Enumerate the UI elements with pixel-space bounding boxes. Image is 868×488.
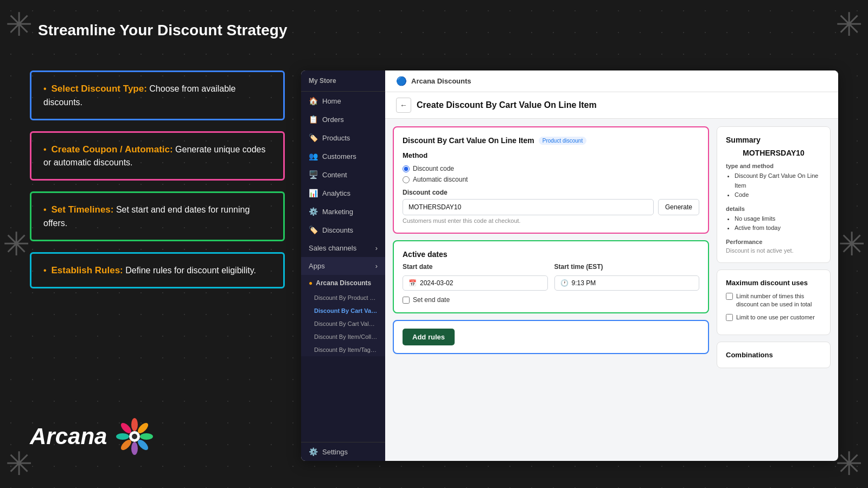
sidebar-item-marketing-label: Marketing (322, 208, 353, 216)
add-rules-card: Add rules (393, 320, 709, 354)
sidebar-item-discounts[interactable]: 🏷️ Discounts (301, 221, 385, 239)
radio-discount-code: Discount code (403, 165, 699, 172)
sidebar-item-discounts-label: Discounts (322, 226, 353, 234)
summary-details-list: No usage limits Active from today (726, 214, 821, 233)
combinations-title: Combinations (726, 351, 821, 359)
deco-star-tr: ✳ (835, 5, 863, 43)
arcana-discounts-label: Arcana Discounts (316, 279, 371, 287)
shopify-panel: My Store 🏠 Home 📋 Orders 🏷️ Products 👥 C… (301, 70, 838, 461)
max-uses-title: Maximum discount uses (726, 279, 821, 287)
back-button[interactable]: ← (396, 98, 411, 113)
apps-section: Apps › ● Arcana Discounts Discount By Pr… (301, 257, 385, 356)
set-end-date-checkbox[interactable] (403, 297, 410, 304)
apps-header[interactable]: Apps › (301, 257, 385, 275)
discounts-icon: 🏷️ (309, 226, 318, 234)
dates-grid: Start date 📅 2024-03-02 Start time (EST)… (403, 263, 699, 291)
method-card-badge: Product discount (539, 137, 587, 145)
max-uses-card: Maximum discount uses Limit number of ti… (717, 269, 831, 335)
sidebar-item-customers[interactable]: 👥 Customers (301, 147, 385, 165)
method-card: Discount By Cart Value On Line Item Prod… (393, 126, 709, 234)
set-end-date-label: Set end date (413, 296, 450, 304)
start-time-input-row[interactable]: 🕐 9:13 PM (554, 275, 700, 291)
apps-sub-menu: ● Arcana Discounts Discount By Product T… (301, 275, 385, 356)
topbar-app-name: Arcana Discounts (411, 77, 471, 85)
summary-type-method-list: Discount By Cart Value On Line Item Code (726, 171, 821, 200)
sub-item-item-tagge[interactable]: Discount By Item/Tagge... (301, 343, 385, 356)
sidebar-item-orders[interactable]: 📋 Orders (301, 110, 385, 129)
start-date-field: Start date 📅 2024-03-02 (403, 263, 548, 291)
home-icon: 🏠 (309, 97, 318, 105)
deco-star-ml: ✳ (3, 225, 30, 263)
start-date-input-row[interactable]: 📅 2024-03-02 (403, 275, 548, 291)
bullet-box-select: • Select Discount Type: Choose from avai… (30, 70, 285, 120)
sidebar-item-analytics-label: Analytics (322, 189, 350, 197)
right-col: Summary MOTHERSDAY10 type and method Dis… (717, 126, 831, 453)
generate-button[interactable]: Generate (658, 199, 699, 215)
method-card-header: Discount By Cart Value On Line Item Prod… (403, 136, 699, 145)
discount-code-input-row: Generate (403, 199, 699, 215)
sub-item-cart-value2[interactable]: Discount By Cart Value ... (301, 317, 385, 330)
svg-point-6 (116, 433, 129, 440)
sidebar-item-products[interactable]: 🏷️ Products (301, 129, 385, 147)
summary-performance-label: Performance (726, 239, 821, 245)
analytics-icon: 📊 (309, 189, 318, 197)
sidebar-sales-channels[interactable]: Sales channels › (301, 239, 385, 257)
summary-item-0: Discount By Cart Value On Line Item (735, 171, 821, 190)
sidebar-item-products-label: Products (322, 134, 350, 142)
radio-auto-discount: Automatic discount (403, 176, 699, 183)
apps-chevron-icon: › (375, 262, 378, 270)
sidebar-item-home[interactable]: 🏠 Home (301, 92, 385, 110)
store-name: My Store (309, 77, 336, 85)
method-card-title: Discount By Cart Value On Line Item (403, 136, 534, 145)
radio-auto-input[interactable] (403, 176, 410, 183)
discount-code-field: Discount code Generate Customers must en… (403, 189, 699, 224)
bullet-text-rules: Define rules for discount eligibility. (125, 266, 256, 275)
arcana-discounts-header[interactable]: ● Arcana Discounts (301, 275, 385, 291)
svg-point-4 (131, 442, 138, 455)
page-header: ← Create Discount By Cart Value On Line … (385, 92, 838, 119)
svg-point-9 (132, 434, 137, 439)
content-icon: 🖥️ (309, 170, 318, 179)
sub-item-product-tag[interactable]: Discount By Product Tag (301, 291, 385, 304)
sidebar-bottom: ⚙️ Settings (301, 442, 385, 461)
max-uses-checkbox-1[interactable] (726, 314, 733, 321)
deco-star-mr: ✳ (838, 225, 865, 263)
sales-channels-label: Sales channels (309, 244, 356, 252)
summary-performance-text: Discount is not active yet. (726, 247, 821, 254)
discount-code-input[interactable] (403, 199, 654, 215)
deco-star-bl: ✳ (5, 445, 33, 483)
sidebar-item-content[interactable]: 🖥️ Content (301, 165, 385, 184)
radio-discount-code-input[interactable] (403, 165, 410, 172)
svg-point-2 (140, 433, 153, 440)
svg-point-0 (131, 418, 138, 431)
bullet-box-rules: • Establish Rules: Define rules for disc… (30, 252, 285, 289)
center-col: Discount By Cart Value On Line Item Prod… (393, 126, 709, 453)
settings-label: Settings (322, 448, 348, 456)
sidebar-item-content-label: Content (322, 171, 347, 179)
topbar: 🔵 Arcana Discounts (385, 70, 838, 92)
customers-icon: 👥 (309, 152, 318, 160)
summary-title: Summary (726, 136, 821, 144)
sidebar-item-settings[interactable]: ⚙️ Settings (301, 442, 385, 461)
method-label: Method (403, 151, 699, 159)
orders-icon: 📋 (309, 115, 318, 124)
summary-item-1: Code (735, 190, 821, 200)
bullet-box-create: • Create Coupon / Automatic: Generate un… (30, 131, 285, 181)
sidebar-item-analytics[interactable]: 📊 Analytics (301, 184, 385, 202)
sub-item-item-collect[interactable]: Discount By Item/Collect... (301, 330, 385, 343)
logo-area: Arcana (30, 418, 154, 455)
arcana-icon: ● (309, 279, 312, 287)
sidebar-item-marketing[interactable]: ⚙️ Marketing (301, 202, 385, 221)
page-header-title: Create Discount By Cart Value On Line It… (417, 100, 597, 110)
main-content: 🔵 Arcana Discounts ← Create Discount By … (385, 70, 838, 461)
add-rules-button[interactable]: Add rules (403, 329, 455, 345)
sub-item-cart-value-line[interactable]: Discount By Cart Value ... (301, 304, 385, 317)
discount-code-field-label: Discount code (403, 189, 699, 196)
active-dates-card: Active dates Start date 📅 2024-03-02 Sta… (393, 240, 709, 313)
max-uses-checkbox-0[interactable] (726, 293, 733, 300)
summary-detail-0: No usage limits (735, 214, 821, 224)
app-logo-icon: 🔵 (396, 76, 407, 86)
settings-icon: ⚙️ (309, 447, 318, 456)
page-title: Streamline Your Discount Strategy (38, 22, 288, 39)
sidebar-item-orders-label: Orders (322, 115, 344, 124)
